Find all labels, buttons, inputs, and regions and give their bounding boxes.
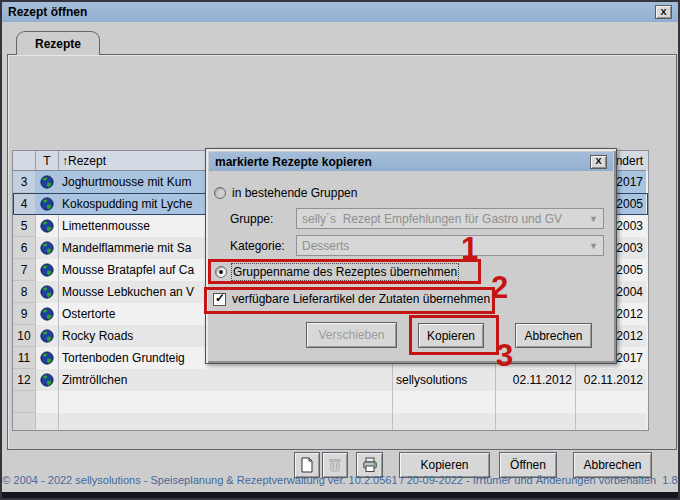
recipe-type-cell	[36, 171, 59, 193]
table-row[interactable]	[13, 391, 648, 413]
chevron-down-icon: ▼	[589, 241, 598, 251]
recipe-type-cell	[36, 391, 59, 413]
trash-icon	[327, 457, 343, 473]
dialog-kategorie-select[interactable]: Desserts ▼	[296, 235, 604, 256]
row-number: 12	[13, 369, 36, 391]
globe-icon	[40, 263, 54, 277]
abbrechen-button-dialog[interactable]: Abbrechen	[515, 323, 592, 348]
table-row[interactable]: 12 Zimtröllchen sellysolutions 02.11.201…	[13, 369, 648, 391]
globe-icon	[40, 219, 54, 233]
close-icon[interactable]: X	[655, 5, 672, 19]
table-row[interactable]	[13, 413, 648, 431]
recipe-type-cell	[36, 193, 59, 215]
row-number: 7	[13, 259, 36, 281]
printer-icon	[362, 457, 378, 473]
created-cell	[496, 413, 576, 431]
author-cell: sellysolutions	[393, 369, 496, 391]
new-document-icon	[299, 457, 315, 473]
radio-icon	[214, 187, 226, 199]
created-cell: 02.11.2012	[496, 369, 576, 391]
radio-gruppenname[interactable]: Gruppenname des Rezeptes übernehmen	[215, 265, 457, 279]
dialog-gruppe-value: selly´s Rezept Empfehlungen für Gastro u…	[302, 212, 585, 226]
recipe-type-cell	[36, 237, 59, 259]
globe-icon	[40, 329, 54, 343]
header-num[interactable]	[13, 151, 36, 171]
recipe-type-cell	[36, 259, 59, 281]
globe-icon	[40, 285, 54, 299]
row-number: 4	[13, 193, 36, 215]
row-number: 8	[13, 281, 36, 303]
checkbox-lieferartikel[interactable]: ✓ verfügbare Lieferartikel der Zutaten ü…	[213, 292, 490, 306]
dialog-kategorie-value: Desserts	[302, 239, 585, 253]
row-number: 9	[13, 303, 36, 325]
dialog-titlebar: markierte Rezepte kopieren X	[209, 152, 613, 171]
globe-icon	[40, 241, 54, 255]
author-cell	[393, 413, 496, 431]
globe-icon	[40, 307, 54, 321]
radio-bestehende-label: in bestehende Gruppen	[232, 186, 357, 200]
row-number: 6	[13, 237, 36, 259]
recipe-type-cell	[36, 303, 59, 325]
dialog-gruppe-label: Gruppe:	[230, 212, 273, 226]
radio-bestehende-gruppen[interactable]: in bestehende Gruppen	[214, 186, 357, 200]
window-title: Rezept öffnen	[8, 5, 87, 19]
window-bottom-border	[2, 492, 678, 498]
copy-recipes-dialog: markierte Rezepte kopieren X in bestehen…	[205, 148, 617, 364]
recipe-type-cell	[36, 325, 59, 347]
author-cell	[393, 391, 496, 413]
recipe-type-cell	[36, 369, 59, 391]
changed-cell	[576, 413, 646, 431]
changed-cell: 02.11.2012	[576, 369, 646, 391]
recipe-open-window: Rezept öffnen X Rezepte Suche: Gruppe: >…	[0, 0, 680, 500]
dialog-title: markierte Rezepte kopieren	[215, 155, 372, 169]
checkbox-checked-icon: ✓	[213, 293, 226, 306]
header-type[interactable]: T	[36, 151, 59, 171]
globe-icon	[40, 197, 54, 211]
radio-gruppenname-label: Gruppenname des Rezeptes übernehmen	[233, 265, 457, 279]
tab-label: Rezepte	[35, 37, 81, 51]
recipe-type-cell	[36, 347, 59, 369]
row-number	[13, 391, 36, 413]
dialog-gruppe-select[interactable]: selly´s Rezept Empfehlungen für Gastro u…	[296, 208, 604, 229]
recipe-name-cell	[59, 413, 393, 431]
row-number: 10	[13, 325, 36, 347]
recipe-name-cell: Zimtröllchen	[59, 369, 393, 391]
globe-icon	[40, 351, 54, 365]
dialog-kategorie-label: Kategorie:	[230, 239, 285, 253]
created-cell	[496, 391, 576, 413]
window-titlebar: Rezept öffnen X	[2, 2, 678, 22]
row-number	[13, 413, 36, 431]
close-icon[interactable]: X	[590, 155, 607, 169]
tab-rezepte[interactable]: Rezepte	[16, 31, 100, 55]
row-number: 5	[13, 215, 36, 237]
changed-cell	[576, 391, 646, 413]
verschieben-button[interactable]: Verschieben	[306, 322, 397, 348]
footer-copyright: © 2004 - 2022 sellysolutions - Speisepla…	[2, 474, 678, 486]
recipe-type-cell	[36, 413, 59, 431]
kopieren-button-dialog[interactable]: Kopieren	[418, 323, 484, 348]
recipe-type-cell	[36, 215, 59, 237]
globe-icon	[40, 175, 54, 189]
chevron-down-icon: ▼	[589, 214, 598, 224]
row-number: 11	[13, 347, 36, 369]
row-number: 3	[13, 171, 36, 193]
checkbox-lieferartikel-label: verfügbare Lieferartikel der Zutaten übe…	[232, 292, 490, 306]
recipe-name-cell	[59, 391, 393, 413]
recipe-type-cell	[36, 281, 59, 303]
radio-selected-icon	[215, 266, 227, 278]
globe-icon	[40, 373, 54, 387]
